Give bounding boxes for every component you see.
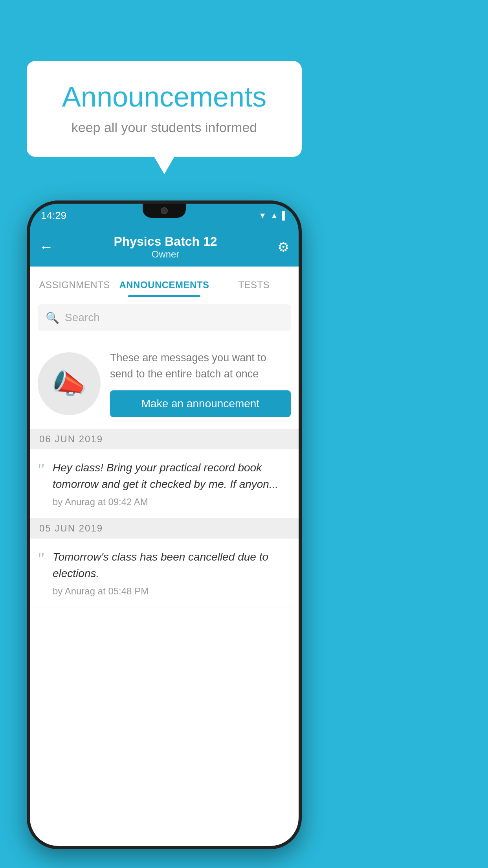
search-bar[interactable]: 🔍 Search [38,304,291,331]
app-bar-subtitle: Owner [53,249,277,260]
announcement-text-2: Tomorrow's class has been cancelled due … [53,549,291,582]
status-time: 14:29 [41,210,66,222]
announcement-item-1[interactable]: " Hey class! Bring your practical record… [30,449,299,518]
quote-icon-1: " [38,461,45,478]
battery-icon: ▌ [282,211,288,220]
announcement-content-2: Tomorrow's class has been cancelled due … [53,549,291,597]
status-icons: ▼ ▲ ▌ [259,211,288,220]
app-bar: ← Physics Batch 12 Owner ⚙ [30,227,299,267]
volume-up-button [27,282,28,306]
megaphone-icon: 📣 [51,367,87,400]
phone-content: 🔍 Search 📣 These are messages you want t… [30,297,299,846]
date-separator-2: 05 JUN 2019 [30,518,299,539]
tab-announcements[interactable]: ANNOUNCEMENTS [119,280,209,297]
search-icon: 🔍 [46,311,59,324]
search-placeholder: Search [65,311,100,324]
quote-icon-2: " [38,550,45,568]
make-announcement-button[interactable]: Make an announcement [110,390,291,417]
speech-bubble-title: Announcements [42,81,286,113]
tab-tests[interactable]: TESTS [209,280,299,297]
power-button [300,290,302,322]
phone-frame: 14:29 ▼ ▲ ▌ ← Physics Batch 12 Owner ⚙ A… [27,200,302,849]
status-bar: 14:29 ▼ ▲ ▌ [30,204,299,227]
promo-right: These are messages you want to send to t… [110,350,291,417]
tab-assignments[interactable]: ASSIGNMENTS [30,280,119,297]
front-camera [161,207,168,214]
volume-down-button [27,318,28,357]
announcement-meta-2: by Anurag at 05:48 PM [53,586,291,597]
speech-bubble: Announcements keep all your students inf… [27,61,302,157]
wifi-icon: ▼ [259,211,266,220]
promo-block: 📣 These are messages you want to send to… [30,338,299,429]
announcement-content-1: Hey class! Bring your practical record b… [53,460,291,508]
announcement-item-2[interactable]: " Tomorrow's class has been cancelled du… [30,539,299,607]
announcement-text-1: Hey class! Bring your practical record b… [53,460,291,493]
notch [143,204,186,218]
tabs-bar: ASSIGNMENTS ANNOUNCEMENTS TESTS [30,267,299,297]
back-button[interactable]: ← [39,239,53,255]
promo-description: These are messages you want to send to t… [110,350,291,382]
promo-icon-circle: 📣 [38,352,101,415]
announcement-meta-1: by Anurag at 09:42 AM [53,497,291,508]
speech-bubble-subtitle: keep all your students informed [42,120,286,135]
app-bar-title: Physics Batch 12 [53,234,277,249]
settings-icon[interactable]: ⚙ [277,239,289,255]
app-bar-center: Physics Batch 12 Owner [53,234,277,260]
signal-icon: ▲ [270,211,278,220]
search-container: 🔍 Search [30,297,299,338]
date-separator-1: 06 JUN 2019 [30,429,299,449]
